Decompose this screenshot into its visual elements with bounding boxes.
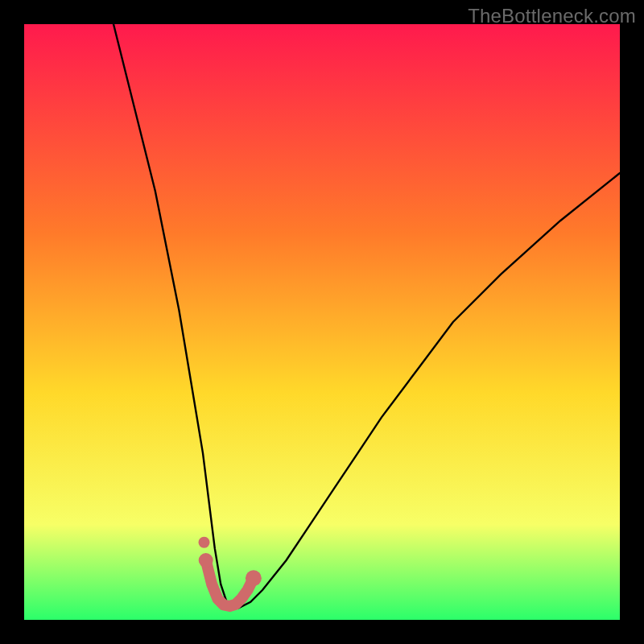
highlight-dot	[246, 570, 262, 586]
watermark-text: TheBottleneck.com	[468, 5, 636, 27]
plot-area	[24, 24, 620, 620]
bottleneck-chart	[24, 24, 620, 620]
highlight-dot	[199, 553, 213, 568]
highlight-dot	[199, 537, 210, 548]
gradient-background	[24, 24, 620, 620]
outer-frame: TheBottleneck.com	[0, 0, 644, 644]
